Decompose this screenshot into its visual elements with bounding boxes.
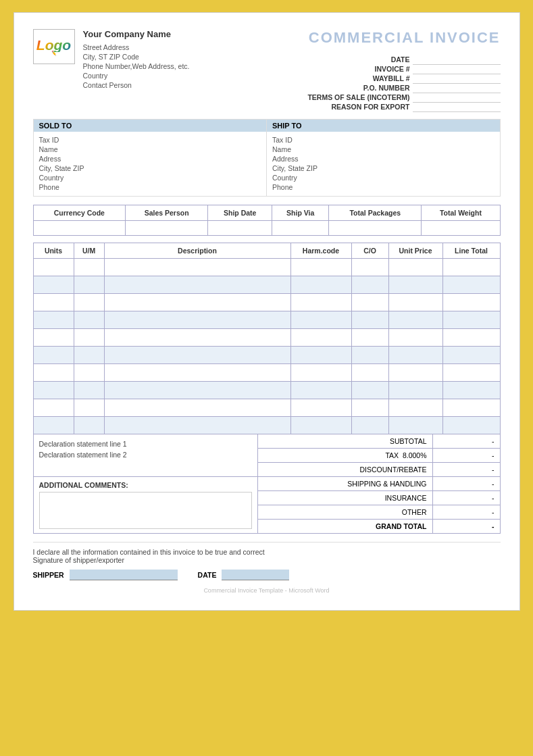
line-item-cell-4[interactable]: [351, 276, 388, 293]
sold-to-taxid: Tax ID: [39, 135, 261, 145]
line-item-cell-2[interactable]: [104, 258, 290, 276]
sales-person-value[interactable]: [126, 220, 208, 235]
line-item-cell-0[interactable]: [33, 346, 74, 363]
line-item-cell-0[interactable]: [33, 311, 74, 328]
line-item-cell-2[interactable]: [104, 416, 290, 434]
total-packages-value[interactable]: [329, 220, 422, 235]
line-item-cell-6[interactable]: [442, 328, 500, 346]
line-item-cell-5[interactable]: [388, 399, 442, 416]
invoice-num-row: INVOICE #: [305, 64, 500, 74]
line-item-cell-4[interactable]: [351, 258, 388, 276]
line-item-cell-5[interactable]: [388, 346, 442, 363]
line-item-cell-5[interactable]: [388, 363, 442, 381]
line-item-cell-6[interactable]: [442, 346, 500, 363]
watermark: Commercial Invoice Template - Microsoft …: [33, 587, 501, 594]
line-item-cell-1[interactable]: [74, 276, 104, 293]
line-item-cell-6[interactable]: [442, 276, 500, 293]
invoice-num-value: [413, 64, 501, 74]
line-item-cell-6[interactable]: [442, 399, 500, 416]
line-item-cell-1[interactable]: [74, 416, 104, 434]
line-item-cell-4[interactable]: [351, 363, 388, 381]
line-item-cell-4[interactable]: [351, 399, 388, 416]
line-item-row: [33, 399, 500, 416]
line-item-cell-2[interactable]: [104, 276, 290, 293]
line-item-cell-0[interactable]: [33, 363, 74, 381]
line-item-cell-0[interactable]: [33, 276, 74, 293]
line-item-cell-3[interactable]: [290, 346, 351, 363]
line-item-cell-1[interactable]: [74, 311, 104, 328]
line-item-cell-5[interactable]: [388, 258, 442, 276]
line-item-cell-0[interactable]: [33, 399, 74, 416]
total-weight-value[interactable]: [422, 220, 500, 235]
other-row: OTHER -: [257, 505, 501, 520]
comments-box[interactable]: [39, 492, 252, 529]
line-item-cell-4[interactable]: [351, 293, 388, 311]
line-item-cell-0[interactable]: [33, 381, 74, 399]
line-item-cell-0[interactable]: [33, 416, 74, 434]
shipper-line[interactable]: [70, 570, 178, 580]
line-item-cell-0[interactable]: [33, 293, 74, 311]
discount-value: -: [432, 463, 500, 476]
phone-web: Phone Number,Web Address, etc.: [83, 62, 190, 70]
grand-total-row: GRAND TOTAL -: [257, 520, 501, 534]
line-item-cell-4[interactable]: [351, 381, 388, 399]
line-item-cell-6[interactable]: [442, 293, 500, 311]
line-item-cell-6[interactable]: [442, 311, 500, 328]
line-item-cell-3[interactable]: [290, 293, 351, 311]
po-row: P.O. NUMBER: [305, 83, 500, 93]
terms-label: TERMS OF SALE (INCOTERM): [305, 93, 412, 102]
terms-row: TERMS OF SALE (INCOTERM): [305, 93, 500, 102]
line-item-cell-2[interactable]: [104, 328, 290, 346]
line-item-cell-5[interactable]: [388, 328, 442, 346]
line-item-cell-0[interactable]: [33, 258, 74, 276]
line-item-cell-5[interactable]: [388, 293, 442, 311]
line-item-cell-1[interactable]: [74, 381, 104, 399]
line-item-cell-4[interactable]: [351, 328, 388, 346]
po-value: [413, 83, 501, 93]
line-item-cell-3[interactable]: [290, 363, 351, 381]
line-item-cell-0[interactable]: [33, 328, 74, 346]
line-item-cell-1[interactable]: [74, 328, 104, 346]
line-item-cell-6[interactable]: [442, 258, 500, 276]
line-item-cell-5[interactable]: [388, 276, 442, 293]
currency-code-value[interactable]: [33, 220, 126, 235]
line-item-cell-5[interactable]: [388, 416, 442, 434]
line-item-cell-2[interactable]: [104, 311, 290, 328]
line-item-cell-1[interactable]: [74, 258, 104, 276]
line-item-cell-2[interactable]: [104, 293, 290, 311]
line-item-cell-5[interactable]: [388, 311, 442, 328]
line-item-cell-1[interactable]: [74, 399, 104, 416]
line-item-cell-6[interactable]: [442, 363, 500, 381]
line-item-cell-5[interactable]: [388, 381, 442, 399]
invoice-num-label: INVOICE #: [305, 64, 412, 74]
date-line[interactable]: [222, 570, 289, 580]
ship-date-value[interactable]: [208, 220, 272, 235]
line-item-cell-3[interactable]: [290, 399, 351, 416]
line-item-cell-2[interactable]: [104, 363, 290, 381]
line-item-cell-2[interactable]: [104, 346, 290, 363]
line-item-cell-4[interactable]: [351, 311, 388, 328]
line-item-cell-3[interactable]: [290, 258, 351, 276]
line-item-cell-4[interactable]: [351, 346, 388, 363]
line-item-cell-3[interactable]: [290, 276, 351, 293]
terms-value: [413, 93, 501, 102]
sold-to-address: Adress: [39, 154, 261, 163]
country: Country: [83, 72, 190, 80]
line-item-cell-4[interactable]: [351, 416, 388, 434]
contact-person: Contact Person: [83, 81, 190, 89]
ship-to-country: Country: [272, 173, 494, 182]
line-item-cell-6[interactable]: [442, 416, 500, 434]
line-item-cell-6[interactable]: [442, 381, 500, 399]
line-item-cell-3[interactable]: [290, 311, 351, 328]
line-item-cell-3[interactable]: [290, 381, 351, 399]
line-item-cell-2[interactable]: [104, 399, 290, 416]
line-item-cell-1[interactable]: [74, 363, 104, 381]
line-item-cell-3[interactable]: [290, 416, 351, 434]
line-item-cell-3[interactable]: [290, 328, 351, 346]
line-item-cell-1[interactable]: [74, 293, 104, 311]
ship-via-value[interactable]: [272, 220, 329, 235]
line-item-cell-1[interactable]: [74, 346, 104, 363]
declaration-footer-line2: Signature of shipper/exporter: [33, 556, 501, 564]
col-total-packages: Total Packages: [329, 205, 422, 220]
line-item-cell-2[interactable]: [104, 381, 290, 399]
